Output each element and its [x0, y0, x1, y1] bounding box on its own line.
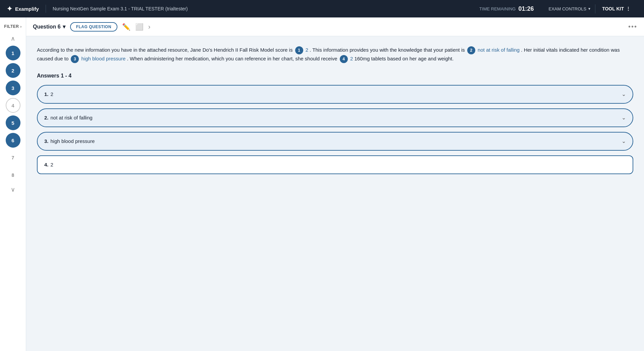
exam-title: Nursing NextGen Sample Exam 3.1 - TRIAL …: [46, 6, 479, 11]
badge-4: 4: [340, 55, 348, 63]
question-text-mid3: . When administering her medication, whi…: [127, 56, 337, 61]
answer-3-number: 3.: [44, 138, 49, 144]
brand-icon: ✦: [7, 5, 12, 13]
answers-heading: Answers 1 - 4: [37, 73, 633, 79]
answer-1-number: 1.: [44, 91, 49, 97]
question-label-chevron: ▾: [63, 23, 65, 30]
timer-label: TIME REMAINING: [479, 6, 516, 11]
sidebar-expand-button[interactable]: ∨: [11, 183, 15, 197]
sidebar-item-4[interactable]: 4: [6, 98, 20, 113]
badge-3: 3: [71, 55, 79, 63]
answer-4-left: 4. 2: [44, 162, 53, 167]
answer-4-value: 2: [51, 162, 53, 167]
sidebar-item-3[interactable]: 3: [6, 81, 20, 95]
tool-kit-more: ⋮: [626, 6, 631, 11]
answer-2-chevron: ⌄: [622, 114, 626, 121]
badge-1: 1: [295, 46, 303, 54]
sidebar-collapse-button[interactable]: ∧: [11, 34, 15, 46]
content-area: Question 6 ▾ FLAG QUESTION ✏️ ⬜ › ••• Ac…: [26, 17, 644, 351]
question-text-end: 160mg tablets based on her age and weigh…: [354, 56, 453, 61]
inline-answer-4: 2: [350, 56, 353, 61]
main-layout: FILTER › ∧ 1 2 3 4 5 6 7 8 ∨ Question 6 …: [0, 17, 644, 351]
inline-answer-1: 2: [306, 47, 308, 53]
question-label-text: Question 6: [33, 24, 61, 30]
inline-answer-3: high blood pressure: [82, 56, 126, 61]
top-navigation: ✦ Examplify Nursing NextGen Sample Exam …: [0, 0, 644, 17]
question-content: According to the new information you hav…: [26, 36, 644, 351]
brand-logo: ✦ Examplify: [7, 5, 46, 13]
answer-item-1[interactable]: 1. 2 ⌄: [37, 85, 633, 104]
inline-answer-2: not at risk of falling: [478, 47, 520, 53]
eraser-icon[interactable]: ⬜: [135, 23, 144, 31]
question-text: According to the new information you hav…: [37, 46, 633, 63]
sidebar-item-2[interactable]: 2: [6, 63, 20, 78]
more-options-button[interactable]: •••: [628, 23, 637, 31]
question-sidebar: FILTER › ∧ 1 2 3 4 5 6 7 8 ∨: [0, 17, 26, 351]
answer-item-4[interactable]: 4. 2: [37, 155, 633, 174]
exam-controls-chevron: ▾: [588, 6, 590, 11]
tool-kit-button[interactable]: TOOL KIT ⋮: [595, 4, 637, 13]
answer-2-left: 2. not at risk of falling: [44, 115, 93, 120]
tool-kit-label: TOOL KIT: [602, 6, 624, 11]
timer: TIME REMAINING 01:26: [479, 5, 534, 12]
sidebar-item-7[interactable]: 7: [6, 150, 20, 165]
answer-1-left: 1. 2: [44, 91, 53, 97]
sidebar-item-5[interactable]: 5: [6, 115, 20, 130]
brand-name: Examplify: [15, 6, 39, 12]
question-text-mid1: . This information provides you with the…: [310, 47, 465, 53]
sidebar-item-6[interactable]: 6: [6, 133, 20, 148]
answer-3-left: 3. high blood pressure: [44, 138, 95, 144]
flag-question-button[interactable]: FLAG QUESTION: [70, 22, 117, 32]
exam-controls-label: EXAM CONTROLS: [548, 6, 586, 11]
filter-label: FILTER: [4, 24, 19, 29]
pencil-icon[interactable]: ✏️: [122, 23, 130, 31]
sidebar-question-list: 1 2 3 4 5 6 7 8: [0, 46, 26, 183]
sidebar-item-1[interactable]: 1: [6, 46, 20, 60]
answer-4-number: 4.: [44, 162, 49, 167]
sidebar-item-8[interactable]: 8: [6, 168, 20, 183]
answer-2-number: 2.: [44, 115, 49, 120]
answer-item-3[interactable]: 3. high blood pressure ⌄: [37, 132, 633, 151]
filter-arrow-icon: ›: [20, 24, 21, 29]
badge-2: 2: [467, 46, 475, 54]
answer-3-value: high blood pressure: [51, 138, 95, 144]
answer-3-chevron: ⌄: [622, 138, 626, 144]
filter-button[interactable]: FILTER ›: [4, 21, 21, 34]
timer-value: 01:26: [518, 5, 534, 12]
question-label: Question 6 ▾: [33, 23, 65, 30]
answer-1-chevron: ⌄: [622, 91, 626, 97]
question-toolbar: Question 6 ▾ FLAG QUESTION ✏️ ⬜ › •••: [26, 17, 644, 36]
exam-controls-button[interactable]: EXAM CONTROLS ▾: [544, 4, 595, 13]
answer-1-value: 2: [51, 91, 53, 97]
question-text-pre: According to the new information you hav…: [37, 47, 292, 53]
answer-item-2[interactable]: 2. not at risk of falling ⌄: [37, 108, 633, 127]
answer-2-value: not at risk of falling: [51, 115, 93, 120]
next-arrow-icon[interactable]: ›: [148, 23, 151, 31]
